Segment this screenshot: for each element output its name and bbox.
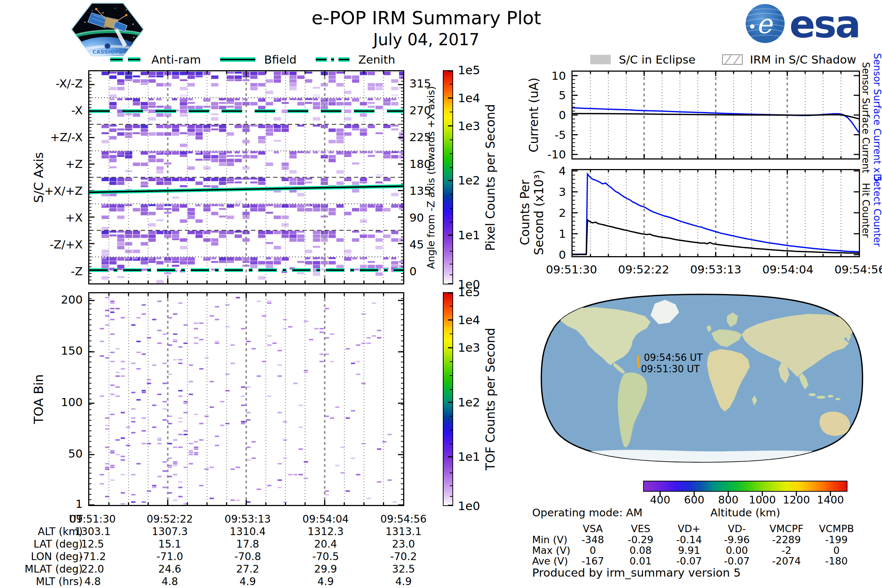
map-start-time-label: 09:51:30 UT bbox=[641, 363, 700, 375]
voltage-column-header: VD+ bbox=[678, 523, 700, 534]
ephemeris-cell: 09:54:56 bbox=[380, 513, 427, 525]
colorbar-tick: 1e1 bbox=[458, 228, 480, 242]
voltage-cell: -9.96 bbox=[724, 534, 750, 545]
counts-ytick: 3 bbox=[559, 185, 566, 198]
ephemeris-cell: 4.9 bbox=[240, 576, 256, 588]
voltage-cell: 0.01 bbox=[630, 555, 652, 567]
eclipse-legend: S/C in Eclipse IRM in S/C Shadow bbox=[590, 53, 856, 66]
ephemeris-cell: 1307.3 bbox=[152, 525, 188, 538]
right-time-tick: 09:52:22 bbox=[618, 263, 669, 276]
ephemeris-row-label: MLAT (deg) bbox=[25, 563, 82, 575]
ephemeris-cell: 09:53:13 bbox=[225, 513, 271, 525]
svg-text:e: e bbox=[756, 9, 773, 39]
counts-ytick: 4 bbox=[559, 164, 566, 177]
angle-axis-tick: 0 bbox=[410, 265, 417, 278]
sensor-surface-current-black-label: Sensor Surface Current bbox=[860, 62, 872, 173]
right-time-tick: 09:53:13 bbox=[690, 263, 741, 276]
ephemeris-cell: 15.1 bbox=[158, 538, 181, 550]
voltage-column-header: VMCPF bbox=[770, 523, 803, 534]
pixel-counts-colorbar-label: Pixel Counts per Second bbox=[483, 104, 498, 250]
bfield-legend-line bbox=[220, 57, 255, 62]
ephemeris-row-label: LAT (deg) bbox=[33, 538, 82, 550]
ephemeris-cell: 4.9 bbox=[395, 576, 412, 588]
right-time-tick: 09:54:04 bbox=[762, 263, 813, 276]
voltage-cell: 0 bbox=[833, 544, 839, 556]
toa-heatmap-overlay bbox=[89, 293, 403, 505]
altitude-tick: 600 bbox=[684, 494, 704, 506]
current-plot bbox=[572, 70, 860, 159]
current-ytick: 10 bbox=[552, 69, 566, 82]
antiram-legend-line bbox=[110, 57, 142, 62]
zenith-legend-label: Zenith bbox=[358, 53, 395, 66]
counts-ytick: 0 bbox=[559, 248, 566, 261]
voltage-cell: 0.08 bbox=[630, 544, 652, 556]
ephemeris-cell: 1313.1 bbox=[386, 525, 422, 538]
sc-axis-tick: -Z bbox=[71, 265, 82, 278]
ephemeris-cell: 09:52:22 bbox=[147, 513, 193, 525]
page-date: July 04, 2017 bbox=[373, 30, 479, 49]
toa-tick: 50 bbox=[68, 447, 82, 460]
ephemeris-cell: 09:51:30 bbox=[69, 513, 116, 525]
ephemeris-cell: 09:54:04 bbox=[303, 513, 349, 525]
voltage-cell: -180 bbox=[825, 555, 848, 567]
voltage-cell: -0.07 bbox=[724, 555, 750, 567]
colorbar-tick-marks bbox=[442, 70, 453, 285]
colorbar-tick: 1e3 bbox=[458, 119, 480, 133]
altitude-tick: 1200 bbox=[783, 494, 810, 506]
detect-counter-label: Detect Counter bbox=[872, 174, 882, 247]
orbit-track bbox=[638, 357, 639, 367]
eclipse-legend-label: S/C in Eclipse bbox=[619, 53, 696, 66]
counts-ylabel-line2: Second (x10³) bbox=[532, 170, 546, 255]
axis-heatmap-plot bbox=[88, 70, 404, 285]
voltage-cell: -0.07 bbox=[676, 555, 702, 567]
voltage-column-header: VSA bbox=[583, 523, 603, 534]
altitude-tick: 400 bbox=[650, 494, 670, 506]
voltage-row-label: Min (V) bbox=[532, 534, 567, 545]
toa-heatmap-plot bbox=[88, 292, 404, 506]
current-ytick: -5 bbox=[555, 128, 566, 141]
ephemeris-cell: 4.8 bbox=[84, 576, 101, 588]
sc-axis-tick: -Z/+X bbox=[50, 238, 82, 251]
current-ytick: 5 bbox=[559, 88, 566, 102]
ephemeris-cell: 1310.4 bbox=[230, 525, 266, 538]
ephemeris-cell: -70.2 bbox=[390, 550, 417, 562]
produced-by: Produced by irm_summary version 5 bbox=[532, 566, 741, 579]
page-title: e-POP IRM Summary Plot bbox=[312, 8, 542, 28]
voltage-column-header: VCMPB bbox=[819, 523, 854, 534]
voltage-row-label: Max (V) bbox=[532, 544, 570, 556]
sc-axis-tick: -X/-Z bbox=[56, 77, 82, 90]
operating-mode: Operating mode: AM bbox=[532, 506, 642, 519]
colorbar-tick-marks bbox=[442, 292, 453, 506]
zenith-legend-line bbox=[316, 57, 350, 62]
ephemeris-cell: 1312.3 bbox=[308, 525, 344, 538]
hit-counter-label: Hit Counter bbox=[860, 183, 872, 237]
voltage-cell: -2 bbox=[782, 544, 792, 556]
voltage-column-header: VES bbox=[631, 523, 651, 534]
cassiope-mission-patch: CASSIOPE bbox=[70, 2, 145, 57]
counts-ytick: 2 bbox=[559, 206, 566, 219]
ephemeris-cell: 20.4 bbox=[314, 538, 337, 550]
sc-axis-tick: +X/+Z bbox=[44, 184, 82, 197]
ephemeris-row-label: MLT (hrs) bbox=[36, 576, 82, 588]
angle-axis-tick: 90 bbox=[410, 211, 424, 224]
altitude-colorbar-label: Altitude (km) bbox=[710, 506, 780, 519]
shadow-swatch bbox=[722, 54, 743, 64]
altitude-tick: 800 bbox=[718, 494, 738, 506]
voltage-cell: -0.29 bbox=[628, 534, 653, 545]
ephemeris-cell: 23.0 bbox=[392, 538, 415, 550]
map-end-time-label: 09:54:56 UT bbox=[644, 352, 703, 363]
current-ytick: 0 bbox=[559, 108, 566, 122]
voltage-row-label: Ave (V) bbox=[532, 555, 568, 567]
voltage-cell: -2289 bbox=[772, 534, 801, 545]
ephemeris-row-label: LON (deg) bbox=[31, 550, 82, 562]
ephemeris-cell: 24.6 bbox=[158, 563, 181, 575]
counts-plot-svg bbox=[573, 170, 859, 256]
current-ylabel: Current (uA) bbox=[526, 78, 541, 153]
ephemeris-cell: 32.5 bbox=[392, 563, 415, 575]
axis-legend: Anti-ram Bfield Zenith bbox=[110, 53, 395, 66]
toa-tick: 1 bbox=[75, 497, 82, 510]
voltage-cell: 0.00 bbox=[726, 544, 748, 556]
bfield-legend-label: Bfield bbox=[264, 53, 297, 66]
altitude-colorbar bbox=[643, 481, 848, 492]
sc-axis-tick: +Z bbox=[65, 157, 82, 171]
